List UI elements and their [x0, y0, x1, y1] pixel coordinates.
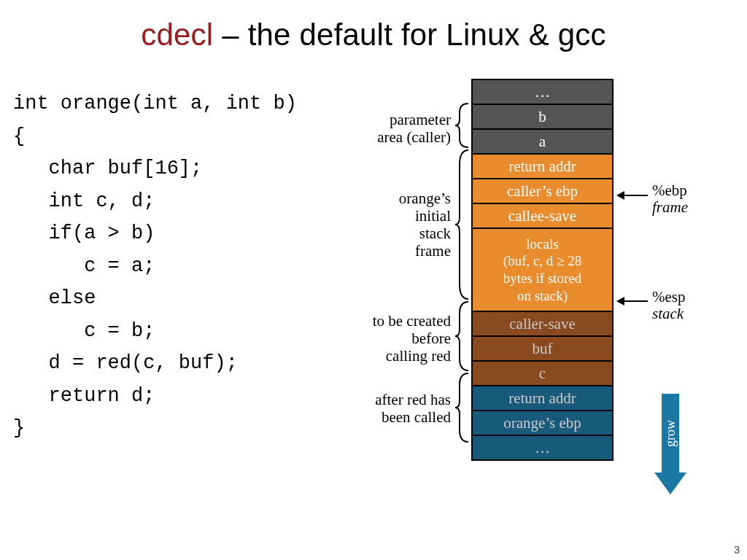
slide-title: cdecl – the default for Linux & gcc	[0, 0, 747, 52]
stack-diagram: … b a return addr caller’s ebp callee-sa…	[337, 80, 731, 547]
label-esp-text: %esp	[652, 288, 686, 306]
title-rest: – the default for Linux & gcc	[213, 18, 605, 52]
cell-param-a: a	[471, 128, 614, 155]
code-block: int orange(int a, int b) { char buf[16];…	[13, 88, 297, 445]
grow-arrow: grow	[659, 394, 681, 496]
grow-arrowhead	[654, 472, 686, 494]
cell-callee-save: callee-save	[471, 203, 614, 229]
page-number: 3	[734, 544, 740, 556]
label-esp: %esp stack	[652, 289, 686, 322]
brace-parameter	[454, 102, 470, 149]
cell-c: c	[471, 360, 614, 386]
label-ebp-text: %ebp	[652, 182, 687, 199]
cell-param-b: b	[471, 104, 614, 130]
label-after-red: after red hasbeen called	[343, 391, 451, 426]
cell-callers-ebp: caller’s ebp	[471, 178, 614, 204]
brace-afterred	[454, 372, 470, 443]
brace-tocreate	[454, 300, 470, 372]
stack-column: … b a return addr caller’s ebp callee-sa…	[471, 80, 614, 461]
cell-ellipsis-top: …	[471, 79, 614, 105]
label-ebp-sub: frame	[652, 198, 688, 216]
grow-label: grow	[662, 394, 679, 474]
label-orange-frame: orange’sinitialstackframe	[368, 190, 451, 260]
title-highlight: cdecl	[141, 18, 213, 52]
arrow-esp	[617, 300, 648, 302]
label-ebp: %ebp frame	[652, 182, 688, 216]
arrow-ebp	[617, 195, 648, 196]
cell-return-addr-2: return addr	[471, 385, 614, 411]
cell-ellipsis-bot: …	[471, 435, 614, 461]
cell-locals: locals (buf, c, d ≥ 28 bytes if stored o…	[471, 228, 614, 312]
cell-buf: buf	[471, 335, 614, 362]
brace-frame	[454, 149, 470, 300]
label-parameter-area: parameterarea (caller)	[344, 111, 451, 146]
cell-oranges-ebp: orange’s ebp	[471, 410, 614, 436]
cell-return-addr: return addr	[471, 153, 614, 179]
label-to-be-created: to be createdbeforecalling red	[340, 312, 451, 365]
cell-caller-save: caller-save	[471, 311, 614, 337]
label-esp-sub: stack	[652, 305, 684, 322]
